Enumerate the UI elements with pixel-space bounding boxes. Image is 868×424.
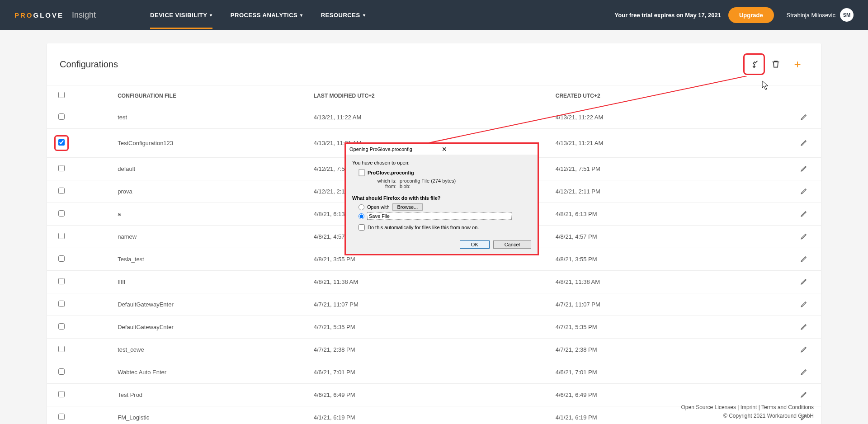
dialog-intro: You have chosen to open: (352, 160, 531, 165)
row-created: 4/7/21, 11:07 PM (550, 293, 792, 316)
user-menu[interactable]: Strahinja Milosevic SM (787, 8, 854, 22)
product-name: Insight (72, 10, 96, 20)
pencil-icon (800, 300, 808, 308)
user-name: Strahinja Milosevic (787, 12, 835, 19)
row-created: 4/12/21, 2:11 PM (550, 180, 792, 203)
row-checkbox[interactable] (58, 391, 65, 397)
ok-button[interactable]: OK (460, 240, 490, 249)
edit-button[interactable] (800, 280, 808, 287)
cancel-button[interactable]: Cancel (493, 240, 531, 249)
download-dialog: Opening ProGlove.proconfig ✕ You have ch… (344, 142, 539, 255)
edit-button[interactable] (800, 302, 808, 309)
pencil-icon (800, 164, 808, 172)
dialog-close-button[interactable]: ✕ (440, 146, 534, 153)
open-with-radio[interactable] (359, 204, 364, 210)
logo-glove: GLOVE (33, 11, 64, 19)
pencil-icon (800, 345, 808, 353)
download-config-button[interactable] (743, 53, 765, 75)
row-created: 4/8/21, 4:57 PM (550, 226, 792, 248)
row-checkbox[interactable] (58, 323, 65, 330)
dialog-filetype: proconfig File (274 bytes) (400, 178, 456, 184)
trash-icon (771, 60, 780, 69)
delete-button[interactable] (765, 53, 787, 75)
footer-links[interactable]: Open Source Licenses | Imprint | Terms a… (681, 403, 814, 412)
plus-icon: + (794, 57, 801, 71)
logo: PROGLOVE Insight (14, 10, 96, 20)
row-checkbox[interactable] (58, 368, 65, 375)
row-created: 4/8/21, 11:38 AM (550, 271, 792, 293)
avatar: SM (840, 8, 854, 22)
nav-resources[interactable]: RESOURCES▾ (321, 12, 365, 19)
row-checkbox[interactable] (58, 210, 65, 217)
row-checkbox[interactable] (58, 139, 65, 146)
add-button[interactable]: + (787, 53, 808, 75)
dialog-title: Opening ProGlove.proconfig (349, 146, 440, 152)
edit-button[interactable] (800, 235, 808, 241)
select-all-checkbox[interactable] (58, 92, 65, 98)
row-created: 4/13/21, 11:22 AM (550, 106, 792, 129)
row-created: 4/8/21, 3:55 PM (550, 248, 792, 271)
pencil-icon (800, 322, 808, 330)
row-name: Wabtec Auto Enter (76, 361, 308, 384)
edit-button[interactable] (800, 141, 808, 148)
table-row: test4/13/21, 11:22 AM4/13/21, 11:22 AM (47, 106, 821, 129)
row-name: prova (76, 180, 308, 203)
pencil-icon (800, 254, 808, 263)
save-file-radio[interactable] (359, 213, 364, 219)
edit-button[interactable] (800, 348, 808, 354)
top-bar: PROGLOVE Insight DEVICE VISIBILITY▾PROCE… (0, 0, 868, 30)
row-checkbox[interactable] (58, 188, 65, 194)
row-checkbox[interactable] (58, 414, 65, 420)
edit-button[interactable] (800, 370, 808, 377)
row-created: 4/13/21, 11:21 AM (550, 129, 792, 158)
edit-button[interactable] (800, 212, 808, 219)
row-name: TestConfiguration123 (76, 129, 308, 158)
row-checkbox[interactable] (58, 346, 65, 352)
col-created: CREATED UTC+2 (550, 85, 792, 106)
browse-button[interactable]: Browse... (392, 203, 423, 211)
dialog-filename: ProGlove.proconfig (368, 170, 414, 175)
pencil-icon (800, 367, 808, 376)
edit-button[interactable] (800, 393, 808, 400)
row-name: DefaultGatewayEnter (76, 293, 308, 316)
edit-button[interactable] (800, 115, 808, 122)
row-name: DefaultGatewayEnter (76, 316, 308, 339)
upgrade-button[interactable]: Upgrade (728, 7, 774, 23)
edit-button[interactable] (800, 167, 808, 174)
row-name: default (76, 158, 308, 180)
save-file-field[interactable] (367, 212, 512, 220)
row-last-modified: 4/6/21, 7:01 PM (308, 361, 550, 384)
row-created: 4/8/21, 6:13 PM (550, 203, 792, 226)
nav-process-analytics[interactable]: PROCESS ANALYTICS▾ (231, 12, 303, 19)
nav-device-visibility[interactable]: DEVICE VISIBILITY▾ (150, 12, 212, 29)
edit-button[interactable] (800, 257, 808, 264)
col-last-modified: LAST MODIFIED UTC+2 (308, 85, 550, 106)
logo-pro: PRO (14, 11, 33, 19)
auto-checkbox[interactable] (359, 224, 365, 231)
row-last-modified: 4/6/21, 6:49 PM (308, 384, 550, 406)
pencil-icon (800, 390, 808, 398)
table-row: DefaultGatewayEnter4/7/21, 11:07 PM4/7/2… (47, 293, 821, 316)
table-row: test_cewe4/7/21, 2:38 PM4/7/21, 2:38 PM (47, 339, 821, 361)
col-config-file: CONFIGURATION FILE (76, 85, 308, 106)
row-last-modified: 4/8/21, 11:38 AM (308, 271, 550, 293)
row-checkbox[interactable] (58, 255, 65, 262)
row-checkbox[interactable] (58, 233, 65, 239)
auto-label: Do this automatically for files like thi… (368, 225, 479, 230)
row-last-modified: 4/7/21, 5:35 PM (308, 316, 550, 339)
row-checkbox[interactable] (58, 278, 65, 284)
row-name: namew (76, 226, 308, 248)
row-checkbox[interactable] (58, 113, 65, 120)
row-created: 4/12/21, 7:51 PM (550, 158, 792, 180)
pencil-icon (800, 187, 808, 195)
chevron-down-icon: ▾ (300, 13, 303, 18)
row-checkbox[interactable] (58, 165, 65, 171)
file-icon (359, 169, 365, 176)
edit-button[interactable] (800, 189, 808, 196)
row-checkbox[interactable] (58, 301, 65, 307)
edit-button[interactable] (800, 325, 808, 332)
table-row: fffff4/8/21, 11:38 AM4/8/21, 11:38 AM (47, 271, 821, 293)
trial-notice: Your free trial expires on May 17, 2021 (615, 12, 721, 19)
dialog-from: blob: (400, 184, 410, 189)
pencil-icon (800, 138, 808, 146)
